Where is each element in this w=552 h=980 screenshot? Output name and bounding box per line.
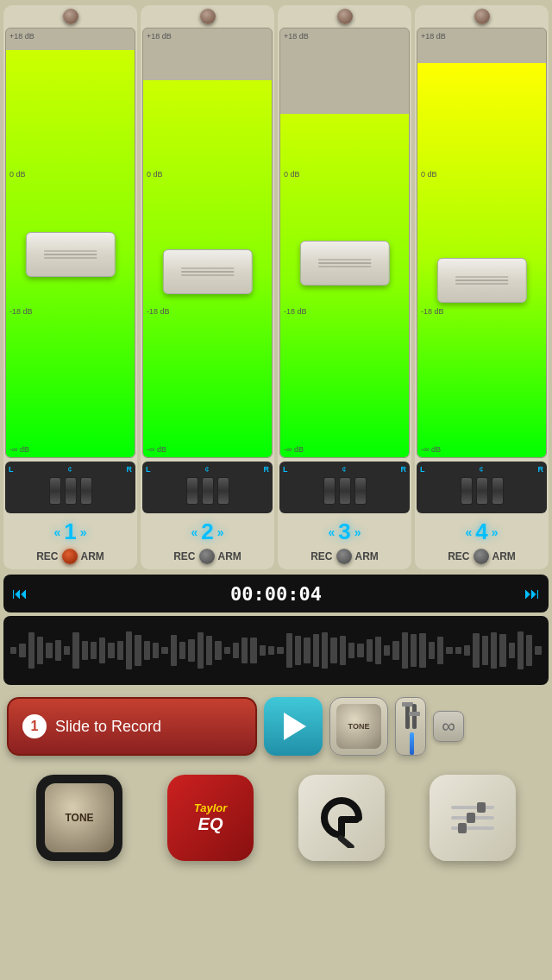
tone-knob-icon: TONE bbox=[336, 704, 381, 749]
channel-4-knob[interactable] bbox=[474, 9, 490, 24]
waveform-bar bbox=[419, 633, 425, 669]
dock-guitar-tuner-button[interactable] bbox=[298, 775, 385, 861]
channel-2-rec-button[interactable]: REC bbox=[173, 550, 195, 562]
dock-slider-3 bbox=[458, 823, 467, 833]
channel-1-pan: L ¢ R bbox=[5, 462, 135, 513]
pan-bar-3a bbox=[323, 477, 336, 505]
waveform-bar bbox=[188, 639, 194, 661]
channel-1-fader[interactable] bbox=[25, 232, 115, 277]
channel-1: +18 dB 0 dB -18 dB -∞ dB L ¢ R « 1 » bbox=[3, 5, 137, 569]
waveform-bar bbox=[429, 642, 435, 659]
waveform-bar bbox=[55, 640, 61, 660]
skip-to-end-button[interactable]: ⏭ bbox=[524, 585, 540, 603]
channel-2-pan: L ¢ R bbox=[142, 462, 273, 513]
dock-eq-subtitle: EQ bbox=[198, 814, 223, 834]
waveform-bar bbox=[108, 643, 114, 657]
channel-3-fader[interactable] bbox=[299, 241, 389, 286]
dock-tone-button[interactable]: TONE bbox=[36, 775, 122, 861]
loop-icon: ∞ bbox=[442, 715, 455, 738]
channel-2-knob[interactable] bbox=[200, 9, 216, 24]
waveform-bar bbox=[526, 635, 532, 666]
waveform-bar bbox=[233, 643, 239, 658]
waveform-bar bbox=[330, 638, 336, 663]
pan-r-1: R bbox=[126, 465, 132, 474]
pan-bar-2a bbox=[186, 477, 198, 505]
play-icon bbox=[284, 713, 306, 740]
pan-bar-1c bbox=[80, 477, 92, 505]
eq-fader-2-handle bbox=[409, 712, 420, 716]
pan-c-1: ¢ bbox=[67, 465, 72, 474]
waveform-bar bbox=[340, 636, 346, 665]
waveform-bar bbox=[367, 639, 373, 662]
waveform-bar bbox=[322, 632, 328, 669]
waveform-display[interactable] bbox=[3, 616, 549, 685]
channel-4: +18 dB 0 dB -18 dB -∞ dB L ¢ R « 4 » bbox=[415, 5, 549, 569]
channel-3: +18 dB 0 dB -18 dB -∞ dB L ¢ R « 3 » bbox=[278, 5, 411, 569]
channel-2-fader[interactable] bbox=[162, 249, 252, 294]
slide-to-record-button[interactable]: 1 Slide to Record bbox=[7, 697, 257, 756]
pan-bar-4a bbox=[461, 477, 473, 505]
channel-1-arm-button[interactable]: ARM bbox=[81, 550, 104, 562]
waveform-bar bbox=[482, 636, 488, 665]
waveform-bar bbox=[375, 637, 381, 664]
dock-taylor-eq-button[interactable]: Taylor EQ bbox=[167, 775, 254, 861]
slide-record-badge: 1 bbox=[22, 714, 47, 738]
channel-4-fader[interactable] bbox=[436, 258, 526, 303]
channel-3-knob[interactable] bbox=[337, 9, 353, 24]
waveform-bar bbox=[392, 641, 398, 660]
pan-bar-2b bbox=[202, 477, 214, 505]
channel-4-rec-arm: REC ARM bbox=[448, 549, 516, 564]
waveform-bar bbox=[260, 645, 266, 656]
eq-faders-button[interactable] bbox=[395, 697, 426, 756]
dock-tone-icon: TONE bbox=[45, 783, 114, 852]
waveform-bar bbox=[224, 647, 230, 653]
meter-label-0db-4: 0 dB bbox=[421, 170, 455, 179]
waveform-bar bbox=[499, 634, 505, 666]
waveform-bar bbox=[82, 641, 88, 660]
channel-2-arm-dot[interactable] bbox=[199, 549, 215, 564]
skip-to-start-button[interactable]: ⏮ bbox=[12, 585, 28, 603]
channel-4-pan: L ¢ R bbox=[417, 462, 547, 513]
channel-3-rec-button[interactable]: REC bbox=[310, 550, 332, 562]
waveform-bar bbox=[455, 647, 461, 653]
play-button[interactable] bbox=[264, 697, 323, 756]
waveform-bar bbox=[295, 636, 301, 665]
pan-l-4: L bbox=[420, 465, 425, 474]
waveform-bar bbox=[491, 632, 497, 669]
waveform-bar bbox=[10, 647, 16, 655]
channel-1-arm-dot[interactable] bbox=[62, 549, 78, 564]
dock-slider-1 bbox=[477, 802, 486, 813]
channel-1-knob[interactable] bbox=[63, 9, 78, 24]
waveform-bar bbox=[268, 646, 274, 655]
pan-bar-1b bbox=[65, 477, 77, 505]
channel-4-meter: +18 dB 0 dB -18 dB -∞ dB bbox=[417, 28, 547, 458]
waveform-bar bbox=[135, 635, 141, 666]
guitar-g-svg bbox=[311, 788, 372, 848]
channel-4-rec-button[interactable]: REC bbox=[448, 550, 469, 562]
waveform-bar bbox=[144, 641, 150, 660]
channel-3-arm-button[interactable]: ARM bbox=[355, 550, 379, 562]
channel-2-arm-button[interactable]: ARM bbox=[218, 550, 242, 562]
pan-r-4: R bbox=[537, 465, 543, 474]
waveform-bar bbox=[64, 646, 70, 655]
channel-3-meter: +18 dB 0 dB -18 dB -∞ dB bbox=[279, 28, 410, 458]
transport-time-bar: ⏮ 00:00:04 ⏭ bbox=[3, 575, 549, 612]
transport-section: ⏮ 00:00:04 ⏭ bbox=[0, 569, 552, 690]
dock-mixer-button[interactable] bbox=[430, 775, 516, 861]
pan-c-3: ¢ bbox=[342, 465, 346, 474]
channel-4-arm-button[interactable]: ARM bbox=[492, 550, 516, 562]
waveform-bar bbox=[473, 633, 479, 669]
pan-bar-1a bbox=[49, 477, 61, 505]
channel-3-arm-dot[interactable] bbox=[336, 549, 352, 564]
bottom-dock: TONE Taylor EQ bbox=[0, 763, 552, 873]
instrument-button[interactable]: TONE bbox=[329, 697, 388, 756]
waveform-bar bbox=[99, 638, 105, 664]
channel-1-rec-button[interactable]: REC bbox=[36, 550, 58, 562]
channel-4-number: « 4 » bbox=[465, 518, 498, 545]
waveform-bar bbox=[46, 643, 52, 658]
channel-3-pan: L ¢ R bbox=[279, 462, 410, 513]
waveform-bar bbox=[215, 641, 221, 661]
channel-4-arm-dot[interactable] bbox=[474, 549, 489, 564]
loop-button[interactable]: ∞ bbox=[433, 711, 464, 742]
waveform-bar bbox=[411, 634, 417, 667]
